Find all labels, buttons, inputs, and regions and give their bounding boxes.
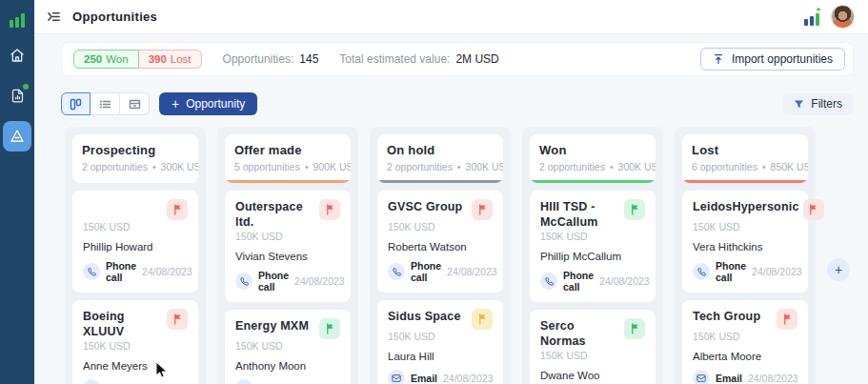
flag-icon[interactable]	[624, 318, 645, 339]
flag-icon[interactable]	[319, 318, 340, 339]
opportunity-card[interactable]: GVSC Group 150K USD Roberta Watson Phone…	[377, 191, 503, 293]
flag-icon[interactable]	[319, 199, 340, 220]
flag-icon[interactable]	[472, 199, 493, 220]
flag-icon[interactable]	[167, 309, 188, 330]
card-title: HIII TSD - McCallum	[540, 199, 624, 230]
card-date: 24/08/2023	[142, 266, 192, 277]
card-activity: Email	[716, 373, 742, 384]
column-value: 300K USD	[161, 161, 198, 172]
card-value: 150K USD	[235, 231, 340, 242]
opportunity-card[interactable]: LeidosHypersonic 150K USD Vera Hithckins…	[682, 191, 808, 293]
collapse-sidebar-icon[interactable]	[44, 8, 63, 27]
plus-icon: +	[172, 97, 179, 111]
column-header: Offer made 5 opportunities • 900K USD	[225, 134, 351, 183]
column-count: 2 opportunities	[82, 161, 148, 172]
filters-button[interactable]: Filters	[782, 93, 854, 115]
card-title: LeidosHypersonic	[693, 199, 803, 214]
list-view-button[interactable]	[91, 92, 120, 115]
column-value: 300K USD	[618, 161, 656, 172]
document-icon	[10, 89, 25, 103]
card-contact: Vivian Stevens	[235, 251, 340, 262]
avatar[interactable]	[831, 5, 855, 29]
sidebar-item-home[interactable]	[3, 41, 31, 70]
column-on-hold: On hold 2 opportunities • 300K USD GVSC …	[370, 127, 511, 384]
card-activity: Email	[411, 373, 437, 384]
lost-segment[interactable]: 390 Lost	[139, 50, 202, 69]
app-logo-icon[interactable]	[10, 9, 25, 28]
card-date: 24/08/2023	[748, 373, 798, 384]
email-icon	[693, 370, 710, 384]
bullet-separator: •	[305, 161, 309, 172]
opportunity-card[interactable]: Sidus Space 150K USD Laura Hill Email	[377, 300, 503, 384]
card-date: 24/08/2023	[443, 373, 494, 384]
opportunity-card[interactable]: Boeing XLUUV 150K USD Anne Meyers Email	[72, 300, 198, 384]
opportunities-stat-value: 145	[299, 52, 318, 66]
flag-icon[interactable]	[777, 309, 797, 330]
opportunity-card[interactable]: Serco Normas 150K USD Dwane Woo Email	[530, 310, 656, 384]
column-header: Won 2 opportunities • 300K USD	[530, 134, 656, 183]
kanban-view-icon	[70, 98, 82, 111]
archive-view-button[interactable]	[120, 92, 150, 115]
sidebar-item-documents[interactable]	[3, 81, 31, 110]
card-value: 150K USD	[388, 221, 493, 232]
column-count: 2 opportunities	[539, 161, 605, 172]
card-value: 150K USD	[693, 221, 797, 232]
card-date: 24/08/2023	[599, 275, 650, 287]
won-label: Won	[106, 53, 128, 65]
email-icon	[235, 379, 252, 384]
total-value-value: 2M USD	[455, 52, 498, 66]
total-value-stat: Total estimated value: 2M USD	[339, 52, 498, 66]
opportunity-card[interactable]: Outerspace ltd. 150K USD Vivian Stevens …	[225, 191, 351, 302]
column-title: Won	[539, 143, 646, 157]
filter-icon	[794, 99, 804, 110]
opportunity-card[interactable]: Energy MXM 150K USD Anthony Moon Email	[225, 310, 351, 384]
bullet-separator: •	[610, 161, 614, 172]
card-contact: Phillip Howard	[83, 241, 188, 253]
card-contact: Alberta Moore	[693, 351, 797, 362]
opportunity-card[interactable]: HIII TSD - McCallum 150K USD Phillip McC…	[530, 191, 656, 302]
filters-label: Filters	[811, 97, 842, 111]
card-contact: Anne Meyers	[83, 360, 188, 372]
flag-icon[interactable]	[624, 199, 645, 220]
column-title: Lost	[692, 143, 798, 157]
import-opportunities-button[interactable]: Import opportunities	[700, 48, 845, 71]
flag-icon[interactable]	[803, 199, 824, 220]
email-icon	[83, 379, 100, 384]
column-title: Offer made	[234, 143, 341, 157]
sidebar-item-opportunities[interactable]	[3, 121, 31, 152]
card-activity: Phone call	[716, 260, 746, 283]
card-date: 24/08/2023	[294, 275, 345, 287]
card-title: GVSC Group	[388, 199, 466, 214]
card-value: 150K USD	[388, 331, 493, 342]
opportunities-stat: Opportunities: 145	[223, 52, 319, 66]
card-title: Boeing XLUUV	[83, 309, 167, 339]
card-activity: Phone call	[106, 260, 136, 283]
page-title: Opportunities	[72, 10, 157, 24]
stats-chart-icon[interactable]: ★	[804, 9, 819, 26]
column-header: Prospecting 2 opportunities • 300K USD	[72, 134, 198, 183]
add-opportunity-label: Opportunity	[186, 97, 245, 111]
bullet-separator: •	[152, 161, 156, 172]
stats-bar: 250 Won 390 Lost Opportunities: 145 Tota…	[61, 42, 854, 76]
column-prospecting: Prospecting 2 opportunities • 300K USD	[65, 127, 206, 384]
won-lost-toggle: 250 Won 390 Lost	[73, 50, 202, 69]
card-activity: Phone call	[411, 260, 441, 283]
won-segment[interactable]: 250 Won	[73, 50, 139, 69]
opportunity-card[interactable]: 150K USD Phillip Howard Phone call 24/08…	[72, 191, 198, 293]
opportunity-card[interactable]: Tech Group 150K USD Alberta Moore Email	[682, 300, 808, 384]
column-count: 6 opportunities	[692, 161, 757, 172]
card-title: Serco Normas	[540, 318, 624, 349]
kanban-view-button[interactable]	[61, 92, 91, 115]
flag-icon[interactable]	[472, 309, 493, 330]
add-column-button[interactable]: +	[827, 258, 850, 281]
phone-icon	[388, 263, 405, 280]
add-opportunity-button[interactable]: + Opportunity	[159, 92, 257, 115]
column-value: 900K USD	[313, 161, 351, 172]
card-title: Sidus Space	[388, 309, 465, 324]
column-value: 300K USD	[466, 161, 503, 172]
flag-icon[interactable]	[167, 199, 188, 220]
column-count: 5 opportunities	[234, 161, 300, 172]
card-date: 24/08/2023	[752, 266, 802, 277]
total-value-label: Total estimated value:	[339, 52, 450, 66]
card-title: Tech Group	[693, 309, 764, 324]
